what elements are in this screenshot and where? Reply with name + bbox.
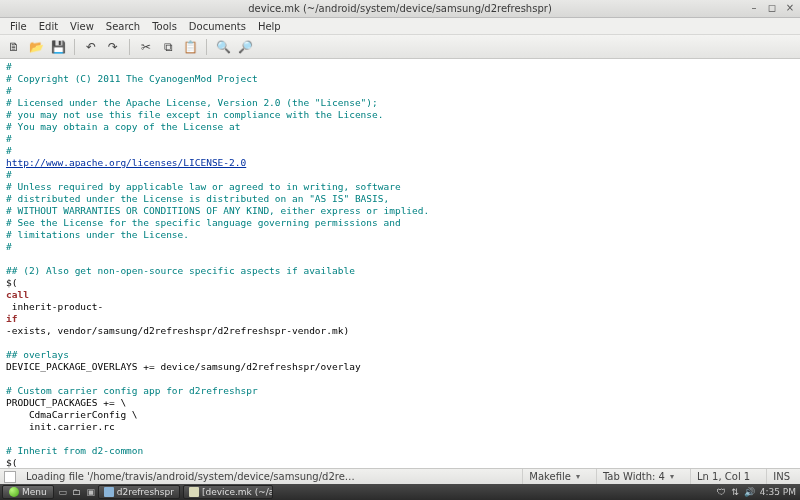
menu-help[interactable]: Help (252, 20, 287, 33)
tab-width-selector[interactable]: Tab Width: 4 (596, 469, 680, 484)
menu-file[interactable]: File (4, 20, 33, 33)
system-tray: 🛡 ⇅ 🔊 4:35 PM (717, 487, 800, 497)
task-file-manager[interactable]: d2refreshspr (98, 485, 180, 499)
clock[interactable]: 4:35 PM (760, 487, 796, 497)
statusbar: Loading file '/home/travis/android/syste… (0, 468, 800, 484)
maximize-button[interactable]: ◻ (766, 1, 778, 13)
mint-logo-icon (9, 487, 19, 497)
close-button[interactable]: × (784, 1, 796, 13)
language-selector[interactable]: Makefile (522, 469, 586, 484)
insert-mode[interactable]: INS (766, 469, 796, 484)
show-desktop-icon[interactable]: ▭ (56, 485, 70, 499)
save-icon[interactable]: 💾 (48, 38, 68, 56)
toolbar: 🗎 📂 💾 ↶ ↷ ✂ ⧉ 📋 🔍 🔎 (0, 35, 800, 59)
menu-tools[interactable]: Tools (146, 20, 183, 33)
editor-area[interactable]: ## Copyright (C) 2011 The CyanogenMod Pr… (0, 59, 800, 468)
cursor-position: Ln 1, Col 1 (690, 469, 756, 484)
open-icon[interactable]: 📂 (26, 38, 46, 56)
window-titlebar: device.mk (~/android/system/device/samsu… (0, 0, 800, 18)
network-icon[interactable]: ⇅ (731, 487, 739, 497)
start-menu-button[interactable]: Menu (2, 485, 54, 499)
terminal-icon[interactable]: ▣ (84, 485, 98, 499)
editor-icon (189, 487, 199, 497)
folder-icon (104, 487, 114, 497)
file-manager-icon[interactable]: 🗀 (70, 485, 84, 499)
undo-icon[interactable]: ↶ (81, 38, 101, 56)
find-replace-icon[interactable]: 🔎 (235, 38, 255, 56)
window-title: device.mk (~/android/system/device/samsu… (248, 3, 552, 14)
volume-icon[interactable]: 🔊 (744, 487, 755, 497)
copy-icon[interactable]: ⧉ (158, 38, 178, 56)
cut-icon[interactable]: ✂ (136, 38, 156, 56)
paste-icon[interactable]: 📋 (180, 38, 200, 56)
menu-documents[interactable]: Documents (183, 20, 252, 33)
shield-icon[interactable]: 🛡 (717, 487, 726, 497)
status-message: Loading file '/home/travis/android/syste… (26, 471, 356, 482)
find-icon[interactable]: 🔍 (213, 38, 233, 56)
minimize-button[interactable]: – (748, 1, 760, 13)
menu-edit[interactable]: Edit (33, 20, 64, 33)
menu-view[interactable]: View (64, 20, 100, 33)
code-content[interactable]: ## Copyright (C) 2011 The CyanogenMod Pr… (0, 59, 800, 468)
redo-icon[interactable]: ↷ (103, 38, 123, 56)
task-editor[interactable]: [device.mk (~/androi... (183, 485, 273, 499)
menubar: File Edit View Search Tools Documents He… (0, 18, 800, 35)
taskbar: Menu ▭ 🗀 ▣ d2refreshspr [device.mk (~/an… (0, 484, 800, 500)
new-icon[interactable]: 🗎 (4, 38, 24, 56)
menu-search[interactable]: Search (100, 20, 146, 33)
document-tab-icon[interactable] (4, 471, 16, 483)
